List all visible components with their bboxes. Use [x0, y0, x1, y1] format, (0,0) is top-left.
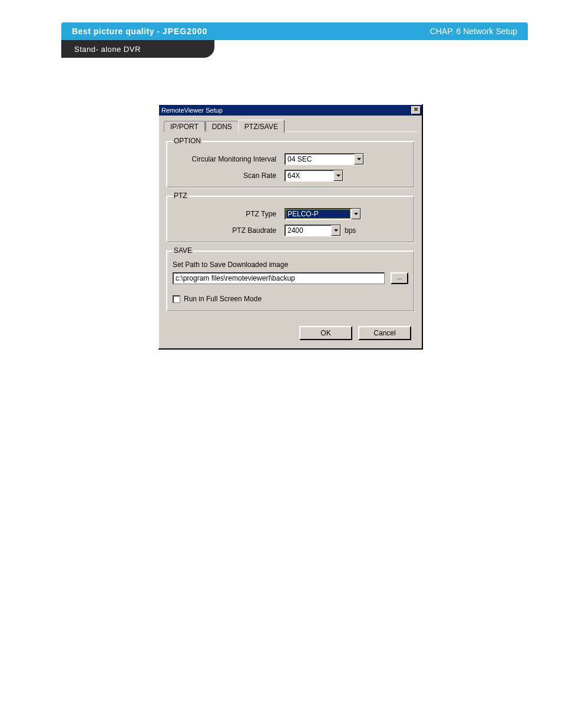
save-path-input[interactable]: c:\program files\remoteviewerI\backup: [173, 272, 385, 284]
scanrate-label: Scan Rate: [173, 172, 285, 180]
subheader-text: Stand- alone DVR: [74, 45, 141, 54]
chevron-down-icon[interactable]: [331, 225, 340, 236]
ptz-type-label: PTZ Type: [173, 210, 285, 218]
svg-marker-2: [354, 213, 358, 215]
dialog-title: RemoteViewer Setup: [161, 107, 223, 114]
svg-marker-1: [336, 174, 340, 177]
ptz-type-combo[interactable]: PELCO-P: [285, 208, 361, 220]
browse-button[interactable]: ...: [391, 272, 408, 284]
dialog-button-row: OK Cancel: [164, 318, 417, 344]
ptz-baud-combo[interactable]: 2400: [285, 225, 341, 236]
ptz-baud-unit: bps: [345, 226, 356, 235]
tab-ip-port[interactable]: IP/PORT: [164, 121, 205, 132]
header-bold: JPEG2000: [163, 27, 208, 36]
ptz-legend: PTZ: [173, 192, 189, 200]
save-legend: SAVE: [173, 246, 193, 255]
tab-ptz-save[interactable]: PTZ/SAVE: [238, 120, 285, 133]
dialog-body: IP/PORT DDNS PTZ/SAVE OPTION Circular Mo…: [159, 116, 422, 348]
header-right: CHAP. 6 Network Setup: [430, 27, 517, 36]
chevron-down-icon[interactable]: [354, 154, 363, 164]
fullscreen-label: Run in Full Screen Mode: [184, 295, 262, 303]
ptz-type-value: PELCO-P: [286, 209, 351, 219]
option-legend: OPTION: [173, 137, 202, 145]
interval-label: Circular Monitoring Interval: [173, 155, 285, 163]
save-path-label: Set Path to Save Downloaded image: [173, 261, 408, 269]
save-group: SAVE Set Path to Save Downloaded image c…: [166, 246, 415, 312]
fullscreen-checkbox[interactable]: [173, 295, 180, 303]
interval-combo[interactable]: 04 SEC: [285, 153, 364, 165]
tab-ddns[interactable]: DDNS: [206, 121, 239, 132]
ptz-baud-value: 2400: [285, 226, 331, 235]
cancel-button[interactable]: Cancel: [358, 326, 411, 340]
option-group: OPTION Circular Monitoring Interval 04 S…: [166, 137, 415, 188]
scanrate-value: 64X: [285, 172, 333, 180]
chevron-down-icon[interactable]: [351, 209, 361, 219]
chevron-down-icon[interactable]: [333, 170, 343, 181]
svg-marker-0: [357, 158, 361, 160]
remoteviewer-setup-dialog: RemoteViewer Setup ✕ IP/PORT DDNS PTZ/SA…: [158, 104, 423, 350]
dialog-titlebar[interactable]: RemoteViewer Setup ✕: [159, 105, 422, 116]
ok-button[interactable]: OK: [299, 326, 352, 340]
tab-panel-ptz-save: OPTION Circular Monitoring Interval 04 S…: [164, 131, 417, 318]
header-prefix: Best picture quality -: [72, 27, 163, 36]
tab-row: IP/PORT DDNS PTZ/SAVE: [164, 119, 417, 132]
close-button[interactable]: ✕: [411, 106, 421, 114]
page-subheader: Stand- alone DVR: [61, 40, 214, 58]
ptz-group: PTZ PTZ Type PELCO-P PTZ Baudrate: [166, 192, 415, 243]
ptz-baud-label: PTZ Baudrate: [173, 226, 285, 235]
close-icon: ✕: [414, 106, 418, 113]
interval-value: 04 SEC: [285, 155, 354, 163]
svg-marker-3: [334, 229, 338, 232]
header-left: Best picture quality - JPEG2000: [72, 27, 207, 36]
scanrate-combo[interactable]: 64X: [285, 170, 343, 182]
page-header: Best picture quality - JPEG2000 CHAP. 6 …: [61, 22, 528, 40]
